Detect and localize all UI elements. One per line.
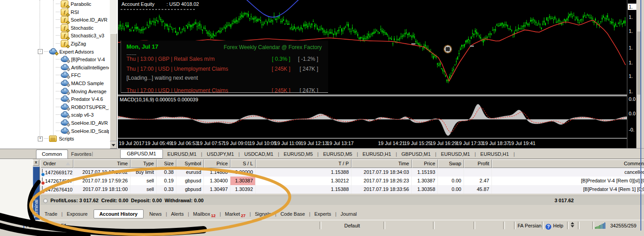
nav-item-soehoe-id-avr[interactable]: SoeHoe.ID_AVR [56, 119, 108, 127]
column-header-swap[interactable]: Swap [438, 159, 464, 168]
chart-tab-usdcad-m1[interactable]: USDCAD,M1 [240, 151, 278, 157]
column-header-time[interactable]: Time [73, 159, 131, 168]
chart-tab-eurusd-m1[interactable]: EURUSD,M1 [437, 151, 475, 157]
calendar-partial-row: Thu | 17:00 | USD | Unemployment Claims[… [121, 87, 328, 93]
column-header-order[interactable]: Order [41, 159, 73, 168]
column-header-sl[interactable]: S / L [230, 159, 256, 168]
column-header-profit[interactable]: Profit [464, 159, 492, 168]
event-text: Thu | 13:00 | GBP | Retail Sales m/m [126, 56, 215, 62]
order-doc-icon [42, 186, 43, 193]
nav-item-scripts[interactable]: +Scripts [38, 135, 74, 143]
nav-item-rsi[interactable]: fRSI [56, 8, 79, 16]
help-button[interactable]: ?Help [545, 220, 563, 231]
nav-item-label: ROBOTSUPER_2010 [71, 104, 109, 110]
column-header-type[interactable]: Type [131, 159, 157, 168]
connection-bars-icon [595, 222, 605, 229]
terminal-tab-mailbox[interactable]: Mailbox12 [189, 211, 220, 217]
nav-item-artificialintelligence[interactable]: ArtificialIntelligence [56, 64, 109, 72]
nav-item-moving-average[interactable]: Moving Average [56, 87, 107, 95]
spinner-control[interactable] [571, 222, 574, 227]
nav-item-parabolic[interactable]: fParabolic [56, 0, 91, 8]
cell-symbol: eurusd [176, 168, 204, 177]
calendar-event: Thu | 17:00 | USD | Unemployment Claims[… [121, 66, 328, 74]
price-tick-label: 1. [629, 60, 633, 65]
terminal-tab-trade[interactable]: Trade [41, 211, 61, 217]
terminal-tab-code-base[interactable]: Code Base [276, 211, 309, 217]
status-language[interactable]: FA Persian [518, 220, 541, 231]
chart-tab-eurusd-h1[interactable]: EURUSD,H1 [476, 151, 513, 157]
expert-advisor-icon [61, 128, 69, 134]
event-previous: [ -1.2% ] [298, 56, 318, 62]
connection-count[interactable]: 342555/259 [610, 220, 636, 231]
terminal-tab-news[interactable]: News [145, 211, 166, 217]
order-doc-icon [42, 169, 43, 176]
nav-item-scalp-v6-3[interactable]: scalp v6-3 [56, 111, 94, 119]
terminal-tab-signals[interactable]: Signals [251, 211, 275, 217]
nav-item-label: Predator V-4.6 [71, 96, 103, 102]
column-header-price[interactable]: Price [204, 159, 230, 168]
column-header-size[interactable]: Size [157, 159, 176, 168]
cell-profit: 45.87 [464, 185, 492, 194]
history-row-1472676410[interactable]: 14726764102017.07.19 18:11:00sell0.33gbp… [41, 185, 644, 194]
chart-tab-eurusd-m5[interactable]: EURUSD,M5 [319, 151, 357, 157]
tree-expander[interactable]: - [38, 49, 43, 54]
nav-item-macd-sample[interactable]: MACD Sample [56, 79, 104, 87]
terminal-tab-experts[interactable]: Experts [311, 211, 335, 217]
scrollbar-thumb[interactable] [110, 33, 117, 141]
signal-bar [603, 223, 604, 229]
chart-tab-eurusd-h1[interactable]: EURUSD,H1 [358, 151, 396, 157]
chart-region[interactable]: Account Equity: USD 4018.02 Account Equi… [118, 0, 636, 148]
terminal-tab-journal[interactable]: Journal [337, 211, 361, 217]
nav-item-zigzag[interactable]: fZigZag [56, 40, 86, 48]
terminal-close-button[interactable]: x [33, 160, 39, 166]
chart-tab-gbpusd-m1[interactable]: GBPUSD,M1 [120, 149, 163, 159]
cell-time: 2017.07.19 17:59:26 [73, 177, 131, 185]
event-actual: [ 245K ] [272, 87, 290, 93]
terminal-tab-market[interactable]: Market27 [221, 211, 250, 217]
nav-item-robotsuper-2010[interactable]: ROBOTSUPER_2010 [56, 103, 109, 111]
macd-pane[interactable]: MACD(10,16,9) 0.000015 0.000039 [118, 96, 627, 138]
chart-tab-eurusd-m5[interactable]: EURUSD,M5 [279, 151, 317, 157]
history-row-1472674597[interactable]: 14726745972017.07.19 17:59:26sell0.19gbp… [41, 177, 644, 185]
navigator-scrollbar[interactable] [110, 0, 117, 149]
order-type-dot [41, 190, 45, 194]
terminal-tab-account-history[interactable]: Account History [94, 209, 144, 218]
nav-item-soehoe-id-scalper-[interactable]: SoeHoe.ID_Scalper_ [56, 127, 109, 135]
nav-item-soehoe-id-avr[interactable]: fSoeHoe.ID_AVR [56, 16, 108, 24]
status-separator [473, 222, 475, 229]
column-header-time2[interactable]: Time [351, 159, 412, 168]
status-separator [503, 222, 505, 229]
tab-common[interactable]: Common [36, 150, 68, 159]
column-header-price2[interactable]: Price [412, 159, 438, 168]
terminal-tab-alerts[interactable]: Alerts [167, 211, 188, 217]
cell-comment: [B]Predator V-4 [Rem 0][sl] [0 [492, 177, 644, 185]
cell-time2: 2017.07.19 18:26:23 [351, 177, 412, 185]
column-header-symbol[interactable]: Symbol [176, 159, 204, 168]
nav-item-expert-advisors[interactable]: -Expert Advisors [38, 48, 94, 56]
chart-tab-gbpusd-m1[interactable]: GBPUSD,M1 [397, 151, 435, 157]
nav-item--b-predator-v-4[interactable]: [B]Predator V-4 [56, 55, 105, 64]
expert-advisor-icon [61, 120, 69, 126]
cell-sl: 1.30392 [230, 185, 256, 194]
nav-item-ffc[interactable]: FFC [56, 71, 81, 79]
nav-item-stochastic3-v3[interactable]: fStochastic3_v3 [56, 32, 104, 40]
status-profile[interactable]: Default [344, 220, 360, 231]
nav-item-label: Stochastic [71, 25, 94, 31]
scrollbar-down-button[interactable] [110, 141, 117, 149]
nav-item-predator-v-4-6[interactable]: Predator V-4.6 [56, 95, 103, 103]
chart-tab-usdjpy-m1[interactable]: USDJPY,M1 [202, 151, 238, 157]
tree-stub [56, 131, 60, 132]
status-separator [592, 222, 594, 229]
column-header-tp[interactable]: T / P [256, 159, 351, 168]
chart-tab-eurusd-m1[interactable]: EURUSD,M1 [163, 151, 201, 157]
column-header-comment[interactable]: Comment [492, 159, 644, 168]
tree-stub [56, 123, 60, 123]
price-tick-label: 1. [629, 73, 633, 79]
partial-info-line: Account Equity: USD 4018.02 [122, 0, 187, 1]
price-chart[interactable]: Account Equity: USD 4018.02 Account Equi… [118, 0, 627, 95]
tree-expander[interactable]: + [38, 136, 43, 141]
price-tick-label: 1. [629, 28, 633, 34]
terminal-tab-exposure[interactable]: Exposure [63, 211, 91, 217]
history-row-1472669172[interactable]: 14726691722017.07.19 17:16:02buy limit0.… [41, 168, 644, 177]
nav-item-stochastic[interactable]: fStochastic [56, 24, 94, 32]
